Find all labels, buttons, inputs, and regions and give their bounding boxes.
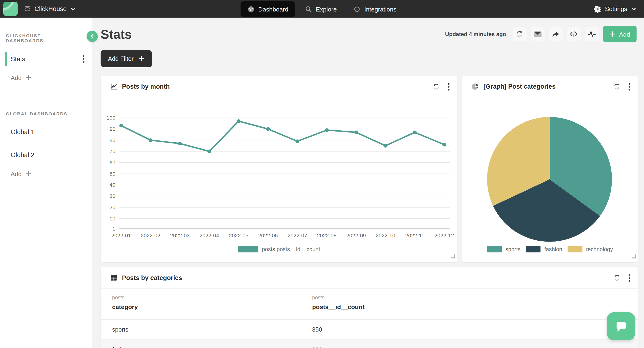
card-menu-button[interactable] (628, 83, 630, 90)
page-title: Stats (101, 27, 132, 42)
tab-explore[interactable]: Explore (298, 1, 344, 17)
table-row[interactable]: fashion330 (101, 340, 638, 348)
legend-swatch (487, 246, 502, 252)
svg-text:2022-09: 2022-09 (346, 232, 366, 239)
legend-item[interactable]: technology (568, 246, 613, 252)
resize-handle[interactable] (631, 253, 636, 260)
sidebar-divider (6, 97, 86, 97)
chat-widget-button[interactable] (607, 312, 635, 340)
legend-item[interactable]: posts.posts__id__count (238, 246, 320, 252)
plus-icon (139, 56, 145, 62)
app: ClickHouse DashboardExploreIntegrations … (0, 0, 644, 348)
card-title: Posts by month (122, 83, 170, 90)
refresh-button[interactable] (613, 83, 621, 90)
card-menu-button[interactable] (448, 83, 450, 90)
svg-text:2022-07: 2022-07 (288, 232, 307, 239)
legend-label: technology (586, 246, 613, 252)
pie-chart-icon (472, 83, 479, 90)
add-label: Add (11, 74, 22, 81)
table-icon (110, 274, 118, 282)
legend-label: fashion (544, 246, 562, 252)
add-button[interactable]: Add (603, 26, 637, 42)
card-menu-button[interactable] (628, 274, 630, 282)
activity-button[interactable] (585, 27, 599, 41)
sidebar-item-label: Global 1 (11, 128, 34, 136)
card-header: Posts by categories (101, 267, 638, 289)
resize-handle[interactable] (450, 253, 455, 260)
add-button-label: Add (619, 30, 630, 37)
tab-dashboard[interactable]: Dashboard (240, 1, 295, 17)
dashboard-gauge-icon (248, 6, 255, 13)
chevron-down-icon (631, 6, 637, 12)
nav-tabs: DashboardExploreIntegrations (240, 0, 404, 17)
card-posts-by-month: Posts by month 1009080706050403020101202… (101, 76, 457, 262)
table-column: postscategory (112, 295, 138, 311)
legend-label: sports (506, 246, 520, 252)
settings-menu[interactable]: Settings (594, 5, 636, 13)
sidebar: CLICKHOUSE DASHBOARDSStatsAddGLOBAL DASH… (0, 17, 92, 348)
plus-icon (610, 31, 616, 37)
column-group-label: posts (112, 295, 138, 301)
legend-item[interactable]: fashion (526, 246, 562, 252)
svg-text:60: 60 (109, 159, 115, 166)
legend-item[interactable]: sports (487, 246, 520, 252)
pie-chart (462, 97, 638, 245)
svg-text:2022-05: 2022-05 (229, 232, 248, 239)
top-navbar: ClickHouse DashboardExploreIntegrations … (0, 0, 644, 17)
integrations-sync-icon (354, 6, 361, 13)
sidebar-section-title: GLOBAL DASHBOARDS (6, 111, 80, 116)
header-actions: Updated 4 minutes ago Add (445, 26, 637, 42)
sidebar-item-label: Stats (11, 55, 25, 63)
add-dashboard-button[interactable]: Add (11, 74, 92, 81)
chat-bubble-icon (613, 319, 629, 334)
sidebar-item-stats[interactable]: Stats (6, 52, 87, 66)
email-button[interactable] (531, 27, 545, 41)
svg-text:2022-10: 2022-10 (376, 232, 396, 239)
card-header: [Graph] Post categories (462, 76, 638, 97)
card-post-categories: [Graph] Post categories sportsfashiontec… (462, 76, 638, 262)
refresh-button[interactable] (432, 83, 440, 90)
column-group-label: posts (312, 295, 364, 301)
navbar-right: Settings (594, 5, 644, 13)
embed-code-icon (570, 31, 578, 37)
plus-icon (26, 171, 31, 177)
tab-label: Integrations (364, 6, 396, 13)
sidebar-section-title: CLICKHOUSE DASHBOARDS (6, 33, 80, 43)
svg-text:2022-04: 2022-04 (200, 232, 219, 239)
sidebar-item-label: Global 2 (11, 151, 34, 159)
tab-label: Explore (316, 6, 337, 13)
table-rows: sports350fashion330 (101, 320, 638, 348)
cell-category: sports (101, 326, 128, 333)
database-selector[interactable]: ClickHouse (24, 5, 76, 13)
sidebar-item-global-1[interactable]: Global 1 (6, 125, 87, 139)
share-button[interactable] (549, 27, 563, 41)
sidebar-sections: CLICKHOUSE DASHBOARDSStatsAddGLOBAL DASH… (0, 33, 92, 177)
share-icon (552, 31, 560, 37)
tab-integrations[interactable]: Integrations (347, 1, 404, 17)
card-header: Posts by month (101, 76, 457, 97)
navbar-left: ClickHouse (0, 2, 76, 16)
sidebar-collapse-button[interactable] (86, 31, 98, 42)
refresh-button[interactable] (513, 27, 527, 41)
search-icon (305, 6, 312, 13)
svg-text:1: 1 (112, 226, 116, 232)
chevron-left-icon (90, 34, 95, 39)
gear-icon (594, 5, 601, 13)
refresh-button[interactable] (613, 274, 621, 282)
tab-label: Dashboard (258, 6, 288, 13)
table-column: postsposts__id__count (312, 295, 364, 311)
svg-text:2022-01: 2022-01 (112, 232, 131, 239)
svg-text:80: 80 (109, 137, 115, 143)
svg-text:10: 10 (109, 216, 115, 222)
sidebar-item-global-2[interactable]: Global 2 (6, 148, 87, 162)
updated-status: Updated 4 minutes ago (445, 31, 506, 37)
kebab-menu-icon[interactable] (82, 55, 85, 63)
email-icon (534, 31, 542, 37)
add-filter-button[interactable]: Add Filter (101, 50, 152, 67)
svg-text:50: 50 (109, 171, 115, 177)
table-row[interactable]: sports350 (101, 320, 638, 340)
app-logo[interactable] (3, 2, 18, 16)
brand-name: ClickHouse (34, 5, 67, 13)
embed-code-button[interactable] (567, 27, 581, 41)
add-dashboard-button[interactable]: Add (11, 170, 92, 177)
